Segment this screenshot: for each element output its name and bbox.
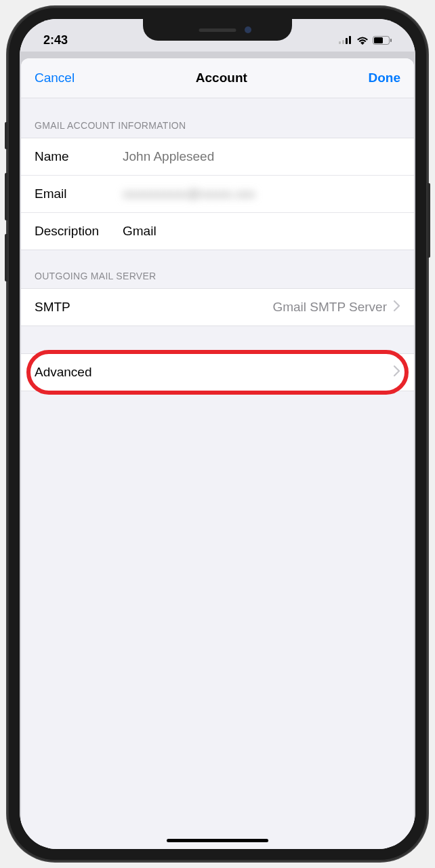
modal-sheet: Cancel Account Done GMAIL ACCOUNT INFORM… <box>21 58 414 849</box>
email-value: xxxxxxxxxx@xxxxx.xxx <box>123 186 400 201</box>
wifi-icon <box>356 36 369 45</box>
phone-frame: 2:43 Cancel Account Done <box>7 7 428 861</box>
svg-rect-5 <box>374 37 383 43</box>
nav-title: Account <box>196 71 247 85</box>
advanced-label: Advanced <box>35 365 92 380</box>
spacer <box>21 326 414 353</box>
cellular-icon <box>339 36 352 44</box>
description-label: Description <box>35 224 123 239</box>
name-row[interactable]: Name <box>21 138 414 176</box>
phone-screen: 2:43 Cancel Account Done <box>20 19 415 849</box>
side-button <box>428 183 430 258</box>
email-row[interactable]: Email xxxxxxxxxx@xxxxx.xxx <box>21 176 414 213</box>
home-indicator[interactable] <box>167 839 268 842</box>
svg-rect-0 <box>339 41 341 44</box>
svg-rect-6 <box>390 39 392 42</box>
section-header-outgoing: OUTGOING MAIL SERVER <box>21 250 414 288</box>
description-input[interactable] <box>123 224 400 239</box>
mute-switch <box>5 122 7 149</box>
nav-bar: Cancel Account Done <box>21 58 414 98</box>
name-label: Name <box>35 149 123 164</box>
outgoing-group: SMTP Gmail SMTP Server <box>21 288 414 326</box>
chevron-right-icon <box>394 300 400 314</box>
cancel-button[interactable]: Cancel <box>35 71 75 85</box>
battery-icon <box>373 36 392 45</box>
svg-rect-2 <box>346 38 348 44</box>
done-button[interactable]: Done <box>369 71 401 85</box>
section-header-account-info: GMAIL ACCOUNT INFORMATION <box>21 98 414 138</box>
smtp-detail: Gmail SMTP Server <box>272 300 394 315</box>
advanced-row[interactable]: Advanced <box>21 354 414 391</box>
name-input[interactable] <box>123 149 400 164</box>
notch <box>143 19 292 41</box>
svg-rect-3 <box>349 36 351 44</box>
account-info-group: Name Email xxxxxxxxxx@xxxxx.xxx Descript… <box>21 138 414 250</box>
status-time: 2:43 <box>43 33 68 47</box>
email-label: Email <box>35 186 123 201</box>
volume-up-button <box>5 173 7 220</box>
status-icons <box>339 36 392 45</box>
smtp-row[interactable]: SMTP Gmail SMTP Server <box>21 289 414 326</box>
chevron-right-icon <box>394 366 400 379</box>
description-row[interactable]: Description <box>21 213 414 250</box>
modal-overlay: Cancel Account Done GMAIL ACCOUNT INFORM… <box>20 52 415 849</box>
smtp-label: SMTP <box>35 300 70 315</box>
svg-rect-1 <box>342 40 344 44</box>
advanced-group: Advanced <box>21 353 414 391</box>
volume-down-button <box>5 234 7 281</box>
